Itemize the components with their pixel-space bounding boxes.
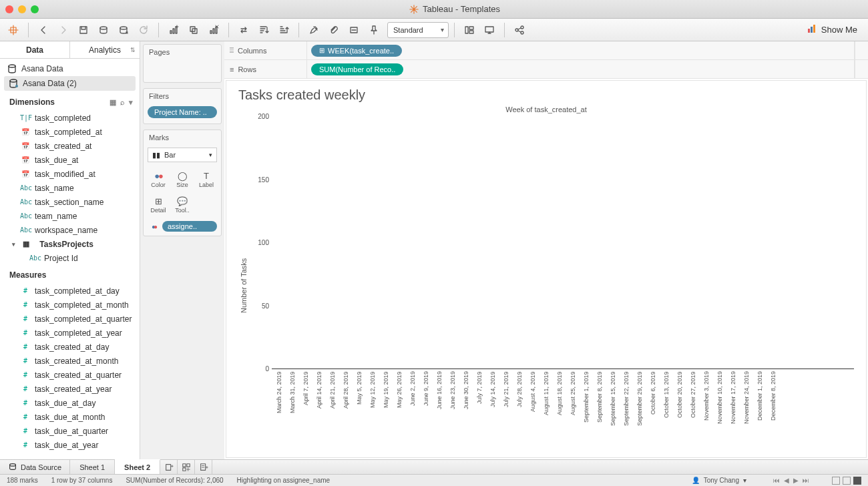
tableau-logo-icon[interactable] xyxy=(4,21,23,39)
swap-button[interactable] xyxy=(234,21,253,39)
field-measure[interactable]: #task_completed_at_day xyxy=(0,284,140,298)
menu-icon[interactable]: ▾ xyxy=(129,98,133,107)
field-measure[interactable]: #task_due_at_quarter xyxy=(0,424,140,438)
highlight-button[interactable] xyxy=(304,21,323,39)
rows-pill[interactable]: SUM(Number of Reco.. xyxy=(311,63,403,75)
datasource-item[interactable]: Asana Data (2) xyxy=(4,76,136,91)
field-group[interactable]: ▾▦ TasksProjects xyxy=(0,237,140,251)
last-icon[interactable]: ⏭ xyxy=(803,477,809,484)
window-title: Tableau - Templates xyxy=(47,4,863,14)
search-field-icon[interactable]: ⌕ xyxy=(120,98,125,107)
table-icon: ▦ xyxy=(23,240,29,248)
mark-size-button[interactable]: ◯Size xyxy=(170,166,194,192)
field-measure[interactable]: #task_due_at_year xyxy=(0,438,140,452)
label-button[interactable] xyxy=(345,21,363,39)
refresh-datasource-button[interactable] xyxy=(114,21,133,39)
zoom-window-button[interactable] xyxy=(31,5,39,13)
new-datasource-button[interactable] xyxy=(94,21,113,39)
field-measure[interactable]: #task_created_at_year xyxy=(0,382,140,396)
view-large-icon[interactable] xyxy=(853,477,861,485)
sheet-tab[interactable]: Sheet 2 xyxy=(115,459,160,474)
rows-icon: ≡ xyxy=(230,65,234,73)
mark-detail-button[interactable]: ⊞Detail xyxy=(146,192,170,217)
mark-label-button[interactable]: TLabel xyxy=(194,166,218,192)
field-measure[interactable]: #task_created_at_day xyxy=(0,340,140,354)
datasource-tab[interactable]: Data Source xyxy=(0,460,70,474)
field-measure[interactable]: #task_due_at_day xyxy=(0,396,140,410)
filters-card[interactable]: Filters Project Name: .. xyxy=(143,88,222,124)
field-type-icon: T|F xyxy=(20,114,31,121)
back-button[interactable] xyxy=(34,21,53,39)
field-type-icon: 📅 xyxy=(20,142,31,150)
fit-dropdown[interactable]: Standard xyxy=(387,22,449,38)
x-tick-label: April 14, 2019 xyxy=(316,371,328,455)
mark-color-pill[interactable]: ●● assigne.. xyxy=(148,221,217,232)
columns-pill[interactable]: ⊞WEEK(task_create.. xyxy=(311,45,402,57)
attach-button[interactable] xyxy=(324,21,343,39)
first-icon[interactable]: ⏮ xyxy=(773,477,780,484)
datasource-icon xyxy=(7,63,17,74)
shelf-handle[interactable] xyxy=(855,60,868,78)
field-dimension[interactable]: T|Ftask_completed xyxy=(0,111,140,125)
view-toggle-icon[interactable]: ▦ xyxy=(110,98,116,107)
presentation-button[interactable] xyxy=(480,21,499,39)
field-type-icon: Abc xyxy=(20,198,31,206)
chart-title[interactable]: Tasks created weekly xyxy=(238,87,854,105)
field-dimension[interactable]: Abcteam_name xyxy=(0,209,140,223)
field-dimension[interactable]: Abcworkspace_name xyxy=(0,223,140,237)
field-dimension[interactable]: AbcProject Id xyxy=(0,251,140,265)
rows-shelf[interactable]: ≡Rows SUM(Number of Reco.. xyxy=(224,60,868,79)
data-pane: Data Analytics⇅ Asana Data Asana Data (2… xyxy=(0,41,140,459)
sheet-tab[interactable]: Sheet 1 xyxy=(70,460,115,474)
field-dimension[interactable]: 📅task_completed_at xyxy=(0,125,140,139)
show-me-button[interactable]: Show Me xyxy=(800,23,864,36)
tab-data[interactable]: Data xyxy=(0,41,70,58)
sort-desc-button[interactable] xyxy=(274,21,293,39)
x-tick-label: October 20, 2019 xyxy=(676,371,688,455)
status-sum: SUM(Number of Records): 2,060 xyxy=(126,477,223,484)
svg-rect-9 xyxy=(213,29,214,33)
new-dashboard-button[interactable] xyxy=(178,460,195,474)
tab-analytics[interactable]: Analytics⇅ xyxy=(70,41,140,58)
pin-button[interactable] xyxy=(365,21,383,39)
save-button[interactable] xyxy=(74,21,93,39)
prev-icon[interactable]: ◀ xyxy=(784,477,789,484)
datasource-item[interactable]: Asana Data xyxy=(0,61,140,76)
share-button[interactable] xyxy=(510,21,529,39)
mark-color-button[interactable]: ●●Color xyxy=(146,166,170,192)
field-dimension[interactable]: Abctask_section_name xyxy=(0,195,140,209)
columns-shelf[interactable]: ⦙⦙⦙Columns ⊞WEEK(task_create.. xyxy=(224,41,868,60)
field-dimension[interactable]: 📅task_due_at xyxy=(0,153,140,167)
mark-tooltip-button[interactable]: 💬Tool.. xyxy=(170,192,194,217)
cards-button[interactable] xyxy=(460,21,479,39)
field-measure[interactable]: #task_completed_at_year xyxy=(0,326,140,340)
view-small-icon[interactable] xyxy=(832,477,840,485)
sort-asc-button[interactable] xyxy=(254,21,273,39)
field-measure[interactable]: #task_due_at_month xyxy=(0,410,140,424)
field-dimension[interactable]: 📅task_modified_at xyxy=(0,167,140,181)
field-dimension[interactable]: Abctask_name xyxy=(0,181,140,195)
filter-pill[interactable]: Project Name: .. xyxy=(148,106,217,118)
new-sheet-button[interactable] xyxy=(160,460,178,474)
minimize-window-button[interactable] xyxy=(18,5,26,13)
field-measure[interactable]: #task_created_at_month xyxy=(0,354,140,368)
shelf-handle[interactable] xyxy=(855,41,868,59)
field-measure[interactable]: #task_completed_at_quarter xyxy=(0,312,140,326)
new-worksheet-button[interactable] xyxy=(164,21,183,39)
field-dimension[interactable]: 📅task_created_at xyxy=(0,139,140,153)
chart-canvas[interactable]: Tasks created weekly Week of task_create… xyxy=(226,80,867,458)
mark-type-dropdown[interactable]: ▮▮Bar xyxy=(148,148,217,162)
next-icon[interactable]: ▶ xyxy=(793,477,799,484)
new-story-button[interactable] xyxy=(195,460,212,474)
duplicate-button[interactable] xyxy=(184,21,203,39)
refresh-button[interactable] xyxy=(134,21,153,39)
clear-button[interactable] xyxy=(204,21,223,39)
field-measure[interactable]: #task_completed_at_month xyxy=(0,298,140,312)
close-window-button[interactable] xyxy=(5,5,13,13)
view-med-icon[interactable] xyxy=(843,477,851,485)
field-measure[interactable]: #task_created_at_quarter xyxy=(0,368,140,382)
show-me-label: Show Me xyxy=(821,25,857,35)
forward-button[interactable] xyxy=(54,21,73,39)
pages-card[interactable]: Pages xyxy=(143,44,222,83)
user-menu-icon[interactable]: ▾ xyxy=(743,477,746,484)
